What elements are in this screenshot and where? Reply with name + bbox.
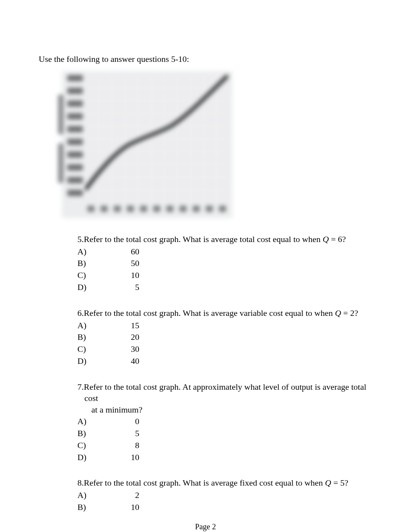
question-variable: Q xyxy=(323,234,329,244)
option-letter: C) xyxy=(77,269,120,281)
option-value: 40 xyxy=(120,355,139,367)
option-letter: A) xyxy=(77,489,120,501)
option-letter: C) xyxy=(77,440,120,452)
option-row: A)15 xyxy=(77,320,372,332)
option-row: A)60 xyxy=(77,246,372,258)
question-8: 8.Refer to the total cost graph. What is… xyxy=(77,477,372,513)
question-variable: Q xyxy=(325,478,331,488)
option-letter: D) xyxy=(77,355,120,367)
question-7-options: A)0 B)5 C)8 D)10 xyxy=(77,416,372,463)
option-value: 0 xyxy=(120,416,139,428)
option-row: A)0 xyxy=(77,416,372,428)
option-row: C)30 xyxy=(77,343,372,355)
option-row: D)10 xyxy=(77,452,372,464)
total-cost-chart xyxy=(62,71,232,218)
question-variable: Q xyxy=(335,308,341,318)
question-text-post: = 5? xyxy=(331,478,348,488)
question-8-text: 8.Refer to the total cost graph. What is… xyxy=(77,477,372,489)
option-value: 30 xyxy=(120,343,139,355)
option-letter: D) xyxy=(77,452,120,464)
question-text-pre: Refer to the total cost graph. What is a… xyxy=(84,478,325,488)
option-value: 50 xyxy=(120,257,139,269)
option-letter: A) xyxy=(77,416,120,428)
option-value: 60 xyxy=(120,246,139,258)
option-row: B)5 xyxy=(77,428,372,440)
option-row: B)20 xyxy=(77,331,372,343)
option-row: C)8 xyxy=(77,440,372,452)
question-number: 6. xyxy=(77,308,84,318)
option-row: A)2 xyxy=(77,489,372,501)
question-7-subline: at a minimum? xyxy=(77,405,372,415)
chart-container xyxy=(62,71,372,218)
option-row: B)10 xyxy=(77,501,372,513)
question-5-text: 5.Refer to the total cost graph. What is… xyxy=(77,234,372,245)
question-text-post: = 2? xyxy=(341,308,358,318)
question-6-text: 6.Refer to the total cost graph. What is… xyxy=(77,307,372,319)
page: Use the following to answer questions 5-… xyxy=(0,0,411,532)
question-text-pre: Refer to the total cost graph. At approx… xyxy=(84,382,366,403)
option-value: 10 xyxy=(120,269,139,281)
option-letter: B) xyxy=(77,501,120,513)
chart-curve xyxy=(85,75,228,203)
option-letter: A) xyxy=(77,246,120,258)
question-6: 6.Refer to the total cost graph. What is… xyxy=(77,307,372,367)
option-value: 20 xyxy=(120,331,139,343)
page-number: Page 2 xyxy=(0,522,411,531)
option-letter: B) xyxy=(77,257,120,269)
question-number: 5. xyxy=(77,234,84,244)
question-7-text: 7.Refer to the total cost graph. At appr… xyxy=(77,381,372,404)
question-number: 8. xyxy=(77,478,84,488)
question-6-options: A)15 B)20 C)30 D)40 xyxy=(77,320,372,367)
option-value: 5 xyxy=(120,281,139,293)
option-value: 5 xyxy=(120,428,139,440)
question-5: 5.Refer to the total cost graph. What is… xyxy=(77,234,372,293)
option-value: 15 xyxy=(120,320,139,332)
option-value: 10 xyxy=(120,452,139,464)
option-value: 10 xyxy=(120,501,139,513)
option-letter: A) xyxy=(77,320,120,332)
chart-x-ticks xyxy=(85,206,228,215)
question-8-options: A)2 B)10 xyxy=(77,489,372,513)
chart-y-ticks xyxy=(62,75,85,203)
option-row: D)5 xyxy=(77,281,372,293)
option-letter: D) xyxy=(77,281,120,293)
option-row: C)10 xyxy=(77,269,372,281)
option-letter: C) xyxy=(77,343,120,355)
option-row: D)40 xyxy=(77,355,372,367)
question-5-options: A)60 B)50 C)10 D)5 xyxy=(77,246,372,293)
question-text-pre: Refer to the total cost graph. What is a… xyxy=(84,234,323,244)
question-text-post: = 6? xyxy=(329,234,346,244)
question-text-pre: Refer to the total cost graph. What is a… xyxy=(84,308,335,318)
question-7: 7.Refer to the total cost graph. At appr… xyxy=(77,381,372,464)
option-value: 2 xyxy=(120,489,139,501)
option-letter: B) xyxy=(77,428,120,440)
instruction-text: Use the following to answer questions 5-… xyxy=(39,54,372,64)
option-letter: B) xyxy=(77,331,120,343)
option-row: B)50 xyxy=(77,257,372,269)
question-number: 7. xyxy=(77,382,84,392)
option-value: 8 xyxy=(120,440,139,452)
